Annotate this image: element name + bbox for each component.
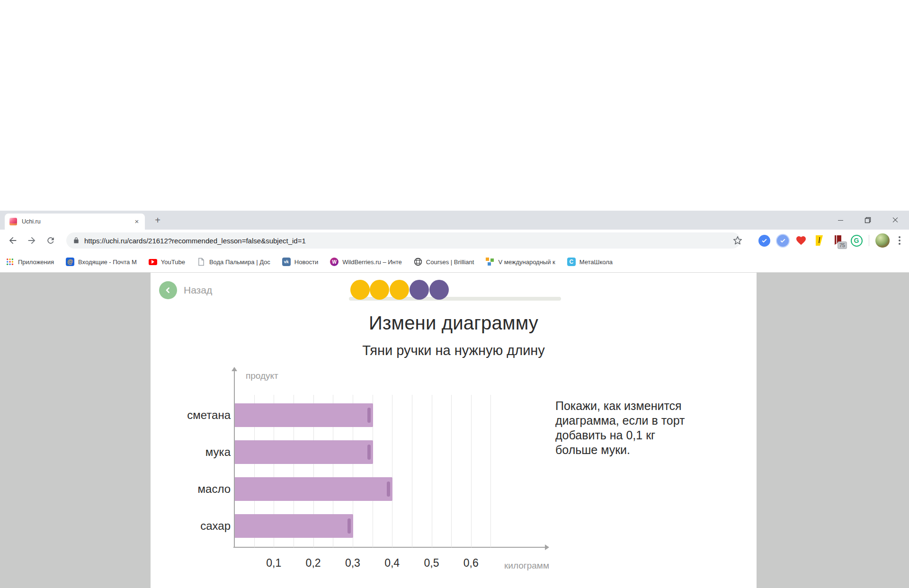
bar-handle[interactable] [387,481,390,497]
tab-uchi[interactable]: Uchi.ru × [5,214,145,230]
bookmark-label: Входящие - Почта М [78,258,137,266]
gridline [451,395,452,547]
minimize-icon [838,220,843,221]
lock-icon[interactable] [73,237,80,244]
bar-сахар[interactable] [235,514,353,538]
forward-arrow-icon [27,235,37,246]
bookmark-item[interactable]: CМетаШкола [567,258,613,266]
task-text: Покажи, как изменится диаграмма, если в … [555,399,685,457]
bookmark-label: Courses | Brilliant [426,258,474,266]
x-axis-arrow-icon [545,544,549,550]
brilliant-icon [414,258,422,266]
bar-handle[interactable] [348,518,351,534]
extension-book[interactable]: 75 [832,234,844,247]
page-icon [197,258,205,266]
svg-text:l: l [818,236,820,244]
restore-button[interactable] [854,211,882,230]
bookmark-label: Приложения [18,258,54,266]
heart-icon [795,235,807,246]
extension-grammarly[interactable]: G [850,234,863,247]
extension-litres[interactable]: l [813,234,826,247]
check-circle-icon [758,235,770,247]
extensions-area: l 75 G [758,230,903,251]
close-button[interactable] [882,211,909,230]
bar-масло[interactable] [235,477,392,501]
bookmark-item[interactable]: YouTube [149,258,185,266]
bookmark-label: WildBerries.ru – Инте [342,258,402,266]
extension-verified-badge[interactable] [776,234,789,247]
star-icon [733,236,742,245]
bookmark-item[interactable]: Приложения [6,258,54,266]
youtube-icon [149,258,157,266]
tiles-icon [486,258,494,266]
bookmarks-bar: Приложения@Входящие - Почта МYouTubeВода… [0,251,909,273]
bookmark-star-button[interactable] [733,236,742,247]
x-tick-label: 0,3 [336,557,369,570]
gridline [392,395,392,547]
vk-icon: vk [282,258,291,266]
url-text: https://uchi.ru/cards/21612?recommended_… [84,237,306,245]
x-axis-line [233,547,545,548]
bookmark-item[interactable]: @Входящие - Почта М [66,258,137,266]
category-label: сахар [151,519,231,533]
bookmark-item[interactable]: Courses | Brilliant [414,258,474,266]
apps-grid-icon [6,258,14,266]
back-nav-button[interactable] [5,232,21,249]
category-label: мука [151,445,231,459]
metaschool-icon: C [567,258,576,266]
gridline [412,395,412,547]
page-background: Назад Измени диаграмму Тяни ручки на нуж… [0,273,909,588]
x-tick-label: 0,2 [297,557,330,570]
browser-toolbar: https://uchi.ru/cards/21612?recommended_… [0,230,909,251]
tab-strip: Uchi.ru × + [0,211,909,230]
bar-сметана[interactable] [235,403,373,427]
task-line: больше муки. [555,443,685,457]
yellow-flag-icon: l [814,235,825,246]
wildberries-icon: W [330,258,339,266]
close-icon [892,217,898,223]
bookmark-item[interactable]: WWildBerries.ru – Инте [330,258,402,266]
y-axis-arrow-icon [232,367,237,371]
x-tick-label: 0,1 [257,557,290,570]
category-label: сметана [151,408,231,422]
gridline [471,395,472,547]
tab-title: Uchi.ru [22,218,133,225]
lesson-card: Назад Измени диаграмму Тяни ручки на нуж… [151,273,757,588]
mailru-icon: @ [66,258,74,266]
address-bar[interactable]: https://uchi.ru/cards/21612?recommended_… [66,232,740,249]
bookmark-item[interactable]: vkНовости [282,258,318,266]
bookmark-label: V международный к [498,258,555,266]
x-axis-caption: килограмм [504,561,549,571]
tab-close-icon[interactable]: × [133,217,141,226]
screen: Uchi.ru × + [0,0,909,588]
bookmark-item[interactable]: V международный к [486,258,555,266]
y-axis-caption: продукт [246,371,278,381]
minimize-button[interactable] [827,211,854,230]
bookmark-item[interactable]: Вода Пальмира | Дос [197,258,270,266]
category-label: масло [151,482,231,496]
profile-avatar[interactable] [875,233,890,248]
new-tab-button[interactable]: + [152,214,164,227]
task-line: Покажи, как изменится [555,399,685,413]
bookmark-label: Вода Пальмира | Дос [209,258,270,266]
browser-menu-button[interactable] [896,236,903,245]
reload-icon [46,236,55,245]
task-line: добавить на 0,1 кг [555,428,685,443]
x-tick-label: 0,6 [454,557,488,570]
reload-button[interactable] [43,232,59,249]
extension-heart[interactable] [795,234,807,247]
extension-check-circle[interactable] [758,234,770,247]
bar-handle[interactable] [367,408,371,423]
uchi-favicon-icon [9,218,17,225]
bar-мука[interactable] [235,440,373,464]
forward-nav-button[interactable] [24,232,40,249]
back-arrow-icon [8,235,18,246]
gridline [490,395,491,547]
book-counter-badge: 75 [838,241,847,249]
bar-handle[interactable] [367,445,371,460]
restore-icon [864,217,871,223]
bookmark-label: Новости [294,258,318,266]
gridline [432,395,432,547]
window-controls [827,211,909,230]
verified-badge-icon [777,235,789,247]
